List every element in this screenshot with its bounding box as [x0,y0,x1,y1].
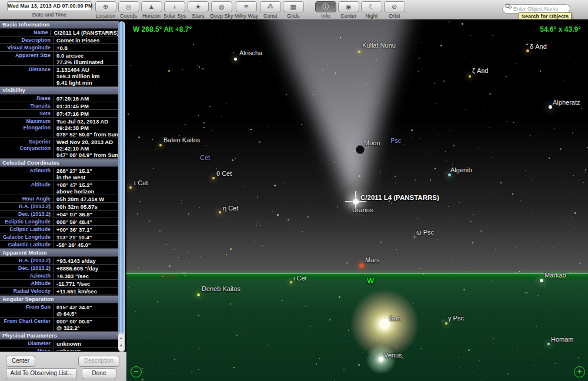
toolbar-button-solar-sys[interactable]: ♄ [164,1,185,12]
toolbar-button-night[interactable]: ☾ [361,1,382,12]
star-markab[interactable] [540,279,543,282]
star-eta-cet[interactable] [219,211,221,213]
info-row-label: R.A. (2013.2) [0,258,53,264]
star-homam[interactable] [547,343,550,345]
toolbar-button-info[interactable]: ⓘ [315,1,336,12]
center-button[interactable]: Center [6,356,35,367]
star-algenib[interactable] [448,173,451,176]
info-row-label: Dec. (2013.2) [0,265,53,272]
toolbar-button-grids[interactable]: ▦ [283,1,304,12]
info-row-label: Superior Conjunction [0,139,53,158]
date-time-field[interactable]: Wed Mar 13, 2013 AD 07:00:00 PM [7,1,92,11]
label-gamma-psc[interactable]: γ Psc [448,315,464,322]
toolbar-button-center[interactable]: ◉ [338,1,359,12]
planet-mars[interactable] [359,263,364,268]
skysafari-window: Wed Mar 13, 2013 AD 07:00:00 PM Date and… [0,0,588,381]
label-alrischa[interactable]: Alrischa [239,49,262,56]
info-scrollbar-thumb[interactable] [119,22,123,333]
scroll-down-icon[interactable]: ▼ [118,342,124,350]
label-omega-psc[interactable]: ω Psc [416,229,434,236]
label-mars[interactable]: Mars [365,256,379,263]
scroll-up-icon[interactable]: ▲ [118,335,124,342]
info-row-label: Dec. (2013.2) [0,211,53,218]
info-row-value-line: 078° 52' 50.0" from Sun [56,131,119,138]
label-baten-kaitos[interactable]: Baten Kaitos [163,136,200,143]
zoom-out-button[interactable]: − [131,366,142,377]
info-icon: ⓘ [322,3,329,10]
info-row-value-line: unknown [56,348,119,351]
info-row-label: Radial Velocity [0,288,53,295]
info-scrollbar-track[interactable]: ▲▼ [118,21,125,352]
star-omega-psc[interactable] [414,236,415,238]
info-row-label: Azimuth [0,273,53,279]
info-row: Diameterunknown [0,340,119,347]
sky-chart[interactable]: AlrischaKullat Nunuδ Andζ AndAlpheratzBa… [126,19,588,381]
star-baten-kaitos[interactable] [159,144,162,146]
toolbar-button-coords[interactable]: ◎ [118,1,139,12]
star-delta-and[interactable] [526,49,529,52]
section-header-visibility: Visibility [0,86,119,95]
info-row-label: Mass [0,348,53,351]
star-iota-cet[interactable] [290,281,292,283]
label-cet-const[interactable]: Cet [200,154,210,161]
moon-disk[interactable] [356,145,365,154]
toolbar-button-deep-sky[interactable]: ◍ [211,1,232,12]
label-kullat-nunu[interactable]: Kullat Nunu [362,42,396,49]
toolbar-item-const: ⁂Const [259,1,282,19]
label-zeta-and[interactable]: ζ And [472,67,488,74]
moon-icon: ☾ [369,3,375,10]
star-deneb-kaitos[interactable] [197,293,200,296]
toolbar-item-milky-way: ≋Milky Way [234,1,259,19]
info-row-value-line: 9.41 light min [56,79,119,86]
toolbar-button-stars[interactable]: ★ [188,1,209,12]
info-row-value-line: 05h 28m 47.41s W [56,196,119,202]
star-zeta-and[interactable] [469,75,471,78]
label-comet-panstarrs[interactable]: C/2011 L4 (PANSTARRS) [360,194,439,201]
label-markab[interactable]: Markab [544,272,566,279]
label-iota-cet[interactable]: ι Cet [293,275,307,282]
coords-icon: ◎ [126,3,132,10]
label-sun[interactable]: Sun [389,315,401,322]
done-button[interactable]: Done [82,368,116,379]
label-delta-and[interactable]: δ And [530,43,547,50]
label-alpheratz[interactable]: Alpheratz [553,99,580,106]
label-algenib[interactable]: Algenib [450,166,472,173]
info-row-value: Wed Nov 20, 2013 AD02:42:10 AM047° 08' 0… [53,139,119,158]
toolbar-button-location[interactable]: ⊕ [95,1,116,12]
star-gamma-psc[interactable] [445,322,447,325]
toolbar-button-const[interactable]: ⁂ [260,1,281,12]
info-row: Distance1.131404 AU169.3 million km9.41 … [0,66,119,86]
label-eta-cet[interactable]: η Cet [223,205,238,212]
comet-nucleus[interactable] [353,199,359,205]
description-button[interactable]: Description [78,356,119,367]
toolbar-button-label: Orbit [389,13,400,19]
field-of-view: 54.6° x 43.9° [540,25,581,34]
star-alpheratz[interactable] [549,105,552,109]
label-tau-cet[interactable]: τ Cet [133,179,148,186]
star-tau-cet[interactable] [129,186,132,189]
label-w-compass[interactable]: W [367,276,374,285]
label-venus[interactable]: Venus [384,352,402,359]
sun-disk[interactable] [379,319,390,329]
info-row-value-line: 0.0 arcsec [56,52,119,59]
toolbar-button-milky-way[interactable]: ≋ [236,1,257,12]
label-psc-const[interactable]: Psc [390,137,401,144]
info-row-value-line: unknown [56,340,119,347]
star-kullat-nunu[interactable] [358,51,360,53]
label-homam[interactable]: Homam [551,336,574,343]
toolbar-button-orbit[interactable]: ⊘ [384,1,405,12]
info-scrollbar-arrows[interactable]: ▲▼ [118,335,124,351]
zoom-in-button[interactable]: + [574,366,585,377]
label-deneb-kaitos[interactable]: Deneb Kaitos [202,285,240,292]
venus-disk[interactable] [379,357,383,362]
toolbar-button-label: Deep Sky [211,13,233,19]
star-alrischa[interactable] [234,58,237,61]
info-sections: Basic InformationNameC/2011 L4 (PANSTARR… [0,21,119,351]
info-row: DescriptionComet in Pisces [0,36,119,44]
toolbar-button-horizon[interactable]: ▲ [141,1,162,12]
label-theta-cet[interactable]: θ Cet [216,170,232,177]
label-moon[interactable]: Moon [364,139,380,146]
add-to-observing-list-button[interactable]: Add To Observing List... [6,368,77,379]
label-uranus[interactable]: Uranus [352,206,373,213]
star-theta-cet[interactable] [212,177,215,179]
